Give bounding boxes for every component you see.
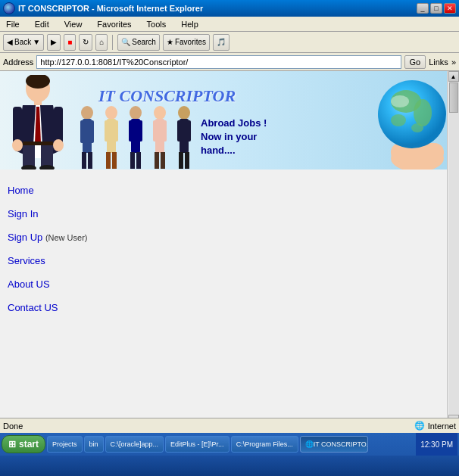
nav-signin[interactable]: Sign In bbox=[8, 208, 451, 219]
address-bar: Address Go Links » bbox=[0, 53, 459, 71]
svg-rect-32 bbox=[130, 152, 135, 169]
scrollbar[interactable]: ▲ ▼ bbox=[447, 71, 459, 425]
ie-logo-icon bbox=[3, 2, 15, 14]
title-bar-left: IT CONSCRIPTOR - Microsoft Internet Expl… bbox=[3, 2, 203, 14]
address-input[interactable] bbox=[36, 55, 401, 69]
maximize-button[interactable]: □ bbox=[430, 3, 442, 14]
browser-content: IT CONSCRIPTOR Abroad Jobs ! Now in your… bbox=[0, 71, 459, 425]
taskbar-item-bin[interactable]: bin bbox=[84, 436, 104, 453]
svg-rect-26 bbox=[106, 152, 111, 169]
scrollbar-track[interactable] bbox=[448, 82, 459, 415]
svg-point-28 bbox=[130, 106, 142, 120]
favorites-label: Favorites bbox=[175, 38, 206, 46]
svg-rect-44 bbox=[179, 152, 183, 169]
media-icon: 🎵 bbox=[217, 38, 226, 46]
svg-rect-31 bbox=[137, 120, 142, 142]
svg-rect-19 bbox=[89, 120, 94, 143]
nav-home[interactable]: Home bbox=[8, 185, 451, 196]
start-button[interactable]: ⊞ start bbox=[2, 435, 45, 453]
nav-signup[interactable]: Sign Up (New User) bbox=[8, 232, 451, 243]
star-icon: ★ bbox=[167, 38, 173, 46]
svg-rect-7 bbox=[13, 107, 22, 145]
menu-file[interactable]: File bbox=[3, 18, 23, 30]
close-button[interactable]: ✕ bbox=[444, 3, 456, 14]
people-group bbox=[76, 105, 195, 170]
status-text: Done bbox=[3, 422, 23, 431]
links-chevron-icon: » bbox=[451, 58, 456, 67]
nav-contact[interactable]: Contact US bbox=[8, 302, 451, 313]
status-right: 🌐 Internet bbox=[414, 421, 456, 431]
svg-rect-36 bbox=[153, 120, 158, 142]
svg-rect-27 bbox=[112, 152, 117, 169]
menu-tools[interactable]: Tools bbox=[144, 18, 170, 30]
svg-rect-38 bbox=[155, 152, 159, 169]
svg-point-51 bbox=[391, 114, 406, 126]
svg-rect-11 bbox=[23, 142, 53, 145]
search-icon: 🔍 bbox=[121, 38, 130, 46]
taskbar-items: Projects bin C:\[oracle]app... EditPlus … bbox=[47, 436, 414, 453]
search-button[interactable]: 🔍 Search bbox=[117, 34, 160, 51]
svg-rect-45 bbox=[185, 152, 189, 169]
menu-favorites[interactable]: Favorites bbox=[94, 18, 134, 30]
status-zone: Internet bbox=[428, 422, 456, 431]
taskbar-item-projects[interactable]: Projects bbox=[47, 436, 83, 453]
svg-point-50 bbox=[414, 99, 432, 126]
svg-point-9 bbox=[12, 139, 23, 151]
address-label: Address bbox=[3, 58, 33, 67]
tagline-line1: Abroad Jobs ! bbox=[201, 117, 267, 130]
menu-view[interactable]: View bbox=[61, 18, 86, 30]
svg-point-52 bbox=[411, 123, 423, 132]
go-button[interactable]: Go bbox=[404, 55, 426, 69]
home-button[interactable]: ⌂ bbox=[95, 34, 108, 51]
nav-links: Home Sign In Sign Up (New User) Services… bbox=[0, 170, 459, 341]
taskbar-item-oracle[interactable]: C:\[oracle]app... bbox=[105, 436, 164, 453]
home-icon: ⌂ bbox=[99, 38, 104, 46]
svg-point-48 bbox=[378, 80, 446, 148]
taskbar-top: ⊞ start Projects bin C:\[oracle]app... E… bbox=[0, 433, 459, 456]
svg-rect-18 bbox=[80, 120, 86, 143]
taskbar: ⊞ start Projects bin C:\[oracle]app... E… bbox=[0, 433, 459, 476]
svg-rect-12 bbox=[23, 145, 35, 168]
svg-point-16 bbox=[81, 106, 93, 120]
svg-rect-25 bbox=[113, 120, 118, 142]
refresh-icon: ↻ bbox=[83, 38, 89, 46]
title-bar: IT CONSCRIPTOR - Microsoft Internet Expl… bbox=[0, 0, 459, 17]
stop-icon: ■ bbox=[67, 38, 72, 46]
links-button[interactable]: Links bbox=[429, 58, 448, 67]
menu-help[interactable]: Help bbox=[178, 18, 201, 30]
svg-rect-13 bbox=[41, 145, 53, 168]
back-label: Back bbox=[14, 38, 31, 46]
status-bar: Done 🌐 Internet bbox=[0, 418, 459, 433]
svg-rect-2 bbox=[34, 99, 42, 105]
nav-services[interactable]: Services bbox=[8, 255, 451, 266]
scroll-up-arrow[interactable]: ▲ bbox=[448, 71, 459, 82]
svg-rect-30 bbox=[129, 120, 134, 142]
banner-tagline: Abroad Jobs ! Now in your hand.... bbox=[201, 117, 267, 158]
media-button[interactable]: 🎵 bbox=[213, 34, 230, 51]
forward-button[interactable]: ▶ bbox=[47, 34, 61, 51]
site-banner: IT CONSCRIPTOR Abroad Jobs ! Now in your… bbox=[0, 71, 459, 170]
taskbar-item-editplus[interactable]: EditPlus - [E]\Pr... bbox=[165, 436, 230, 453]
favorites-button[interactable]: ★ Favorites bbox=[163, 34, 210, 51]
globe-hand bbox=[368, 75, 444, 166]
refresh-button[interactable]: ↻ bbox=[79, 34, 92, 51]
tagline-line3: hand.... bbox=[201, 144, 267, 157]
start-label: start bbox=[19, 439, 39, 450]
svg-rect-33 bbox=[136, 152, 141, 169]
svg-point-10 bbox=[53, 139, 64, 151]
minimize-button[interactable]: _ bbox=[417, 3, 429, 14]
stop-button[interactable]: ■ bbox=[64, 34, 76, 51]
window-title: IT CONSCRIPTOR - Microsoft Internet Expl… bbox=[18, 4, 203, 13]
toolbar: ◀ Back ▼ ▶ ■ ↻ ⌂ 🔍 Search ★ Favorites 🎵 bbox=[0, 32, 459, 53]
menu-edit[interactable]: Edit bbox=[32, 18, 52, 30]
taskbar-item-programs[interactable]: C:\Program Files... bbox=[231, 436, 298, 453]
svg-point-40 bbox=[178, 106, 190, 120]
back-dropdown-icon: ▼ bbox=[33, 38, 40, 46]
scrollbar-thumb[interactable] bbox=[449, 82, 458, 113]
nav-about[interactable]: About US bbox=[8, 278, 451, 290]
ie-taskbar-icon: 🌐 bbox=[305, 440, 314, 448]
taskbar-item-ie[interactable]: 🌐 IT CONSCRIPTO... bbox=[300, 436, 368, 453]
back-button[interactable]: ◀ Back ▼ bbox=[3, 34, 44, 51]
tagline-line2: Now in your bbox=[201, 130, 267, 144]
banner-main-person bbox=[4, 75, 72, 170]
